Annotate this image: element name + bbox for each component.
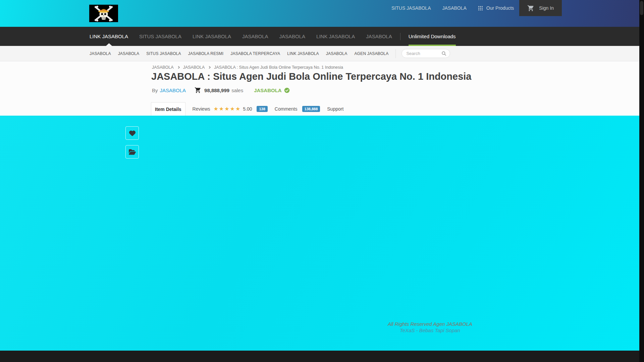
scrollbar-thumb[interactable] [640, 1, 643, 15]
search-icon[interactable] [441, 51, 446, 56]
rights-line-2: TeXaS - Bebas Tapi Sopan [346, 327, 514, 334]
item-tabs: Item Details Reviews ★★★★★ 5.00 138 Comm… [151, 102, 343, 116]
sub-nav-item-5[interactable]: JASABOLA TERPERCAYA [230, 51, 280, 56]
top-header: SITUS JASABOLA JASABOLA Our Products Sig… [0, 0, 644, 27]
grid-icon [478, 6, 483, 11]
item-header-section: JASABOLA JASABOLA JASABOLA : Situs Agen … [0, 61, 644, 116]
sales-label: sales [231, 87, 243, 93]
breadcrumb-item-1[interactable]: JASABOLA [152, 65, 174, 70]
sign-in-label: Sign In [539, 5, 554, 11]
pirate-flag-logo[interactable] [89, 5, 118, 22]
header-nav: SITUS JASABOLA JASABOLA Our Products Sig… [391, 0, 562, 16]
rating-value: 5.00 [243, 106, 252, 112]
sales-cart-icon [195, 87, 201, 94]
item-preview-area: All Rights Reserved Agen JASABOLA TeXaS … [0, 116, 644, 351]
main-nav: LINK JASABOLA SITUS JASABOLA LINK JASABO… [0, 27, 644, 46]
rights-text: All Rights Reserved Agen JASABOLA TeXaS … [346, 321, 514, 334]
page-title: JASABOLA : Situs Agen Judi Bola Online T… [151, 71, 472, 82]
verified-author-link[interactable]: JASABOLA [254, 87, 282, 93]
search-box [401, 49, 450, 58]
our-products-label: Our Products [486, 5, 514, 11]
tab-support[interactable]: Support [327, 106, 343, 112]
author-link[interactable]: JASABOLA [160, 87, 186, 93]
nav-divider [400, 33, 400, 40]
breadcrumb-item-current: JASABOLA : Situs Agen Judi Bola Online T… [214, 65, 343, 70]
pirate-flag-icon [89, 5, 118, 22]
chevron-right-icon [177, 66, 179, 69]
reviews-label: Reviews [193, 106, 210, 112]
sub-nav-item-7[interactable]: JASABOLA [326, 51, 347, 56]
rights-line-1: All Rights Reserved Agen JASABOLA [346, 321, 514, 327]
tab-item-details[interactable]: Item Details [151, 102, 185, 116]
tab-reviews[interactable]: Reviews ★★★★★ 5.00 138 [193, 106, 268, 112]
tab-comments[interactable]: Comments 138,888 [275, 106, 320, 112]
sign-in-button[interactable]: Sign In [519, 0, 562, 16]
comments-label: Comments [275, 106, 298, 112]
header-link-jasabola[interactable]: JASABOLA [442, 5, 466, 11]
heart-icon [129, 130, 136, 136]
breadcrumb-item-2[interactable]: JASABOLA [183, 65, 205, 70]
main-nav-item-5[interactable]: JASABOLA [279, 27, 306, 46]
header-link-situs-jasabola[interactable]: SITUS JASABOLA [391, 5, 431, 11]
sub-nav: JASABOLA JASABOLA SITUS JASABOLA JASABOL… [0, 46, 644, 61]
item-byline: By JASABOLA 98,888,999 sales JASABOLA [152, 87, 290, 94]
active-tab-caret [106, 43, 112, 46]
sub-nav-item-3[interactable]: SITUS JASABOLA [146, 51, 181, 56]
main-nav-item-4[interactable]: JASABOLA [242, 27, 268, 46]
main-nav-item-6[interactable]: LINK JASABOLA [316, 27, 355, 46]
favorite-button[interactable] [125, 126, 139, 140]
by-label: By [152, 87, 158, 93]
page-footer [0, 351, 644, 362]
unlimited-downloads-link[interactable]: Unlimited Downloads [409, 27, 456, 46]
our-products-button[interactable]: Our Products [478, 5, 514, 11]
vertical-scrollbar[interactable] [639, 0, 644, 362]
sub-nav-item-4[interactable]: JASABOLA RESMI [188, 51, 224, 56]
search-divider [395, 49, 396, 58]
add-to-collection-button[interactable] [125, 145, 139, 159]
main-nav-item-2[interactable]: SITUS JASABOLA [139, 27, 181, 46]
unlimited-downloads-label: Unlimited Downloads [409, 34, 456, 39]
sub-nav-item-8[interactable]: AGEN JASABOLA [354, 51, 388, 56]
folder-open-icon [129, 149, 136, 155]
breadcrumb: JASABOLA JASABOLA JASABOLA : Situs Agen … [152, 65, 343, 70]
chevron-right-icon [208, 66, 211, 69]
rating-stars-icon: ★★★★★ [214, 106, 241, 112]
sub-nav-item-2[interactable]: JASABOLA [118, 51, 140, 56]
sub-nav-item-6[interactable]: LINK JASABOLA [287, 51, 319, 56]
main-nav-item-7[interactable]: JASABOLA [366, 27, 392, 46]
sales-count: 98,888,999 [204, 87, 229, 93]
verified-check-icon [284, 87, 290, 93]
reviews-count-badge: 138 [257, 106, 267, 112]
main-nav-item-1-label: LINK JASABOLA [90, 34, 128, 39]
cart-icon [527, 5, 534, 12]
main-nav-item-1[interactable]: LINK JASABOLA [90, 27, 128, 46]
comments-count-badge: 138,888 [302, 106, 320, 112]
sub-nav-item-1[interactable]: JASABOLA [90, 51, 111, 56]
main-nav-item-3[interactable]: LINK JASABOLA [193, 27, 231, 46]
